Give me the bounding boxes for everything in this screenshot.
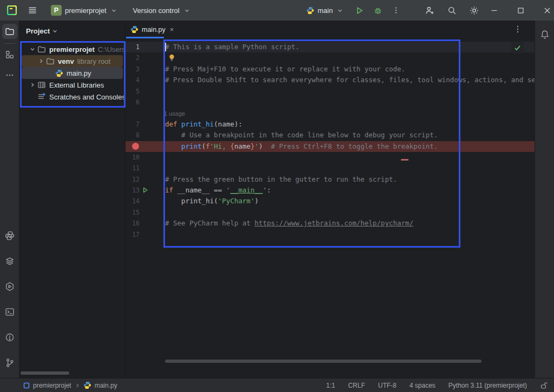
gutter-line-16[interactable]: 16 [126,218,165,229]
tree-item-scratches-and-consoles[interactable]: Scratches and Consoles [22,91,123,103]
code-line-13[interactable]: 13if __name__ == '__main__': [126,185,535,196]
intention-bulb-icon[interactable] [168,54,175,62]
line-number[interactable]: 13 [132,185,140,196]
tab-close-icon[interactable]: × [170,25,174,34]
structure-tool-window-button[interactable] [2,47,17,62]
code-line-9[interactable]: print(f'Hi, {name}') # Press Ctrl+F8 to … [126,141,535,152]
gutter-line-17[interactable]: 17 [126,229,165,240]
gutter-line-13[interactable]: 13 [126,185,165,196]
settings-gear-icon[interactable] [469,5,479,16]
line-number[interactable]: 8 [136,130,140,141]
code-line-5[interactable]: 5 [126,86,535,97]
code-line-11[interactable]: 11 [126,163,535,174]
terminal-button[interactable] [2,304,17,320]
project-tool-window-button[interactable] [2,24,17,39]
project-selector[interactable]: P premierprojet [48,3,120,17]
gutter-line-14[interactable]: 14 [126,196,165,207]
code-line-3[interactable]: 3# Press Maj+F10 to execute it or replac… [126,64,535,75]
breakpoint-dot-icon[interactable] [132,143,139,150]
unlocked-padlock-icon[interactable] [540,382,548,389]
code-editor[interactable]: 1# This is a sample Python script.23# Pr… [126,38,535,378]
code-line-7[interactable]: 7def print_hi(name): [126,119,535,130]
gutter-line-4[interactable]: 4 [126,75,165,85]
inlay-text[interactable]: 1 usage [164,110,185,117]
close-button[interactable] [542,5,552,16]
indent-setting[interactable]: 4 spaces [410,382,436,389]
chevron-right-icon[interactable] [28,82,37,88]
code-line-15[interactable]: 15 [126,207,535,218]
inspections-ok-check-icon[interactable] [511,42,523,54]
editor-options-kebab-icon[interactable] [514,25,522,34]
breadcrumb-project[interactable]: premierprojet [33,382,71,389]
code-line-17[interactable]: 17 [126,229,535,240]
notifications-bell-icon[interactable] [537,27,552,42]
line-number[interactable]: 11 [132,163,140,174]
code-line-10[interactable]: 10 [126,152,535,163]
gutter-line-5[interactable]: 5 [126,86,165,97]
maximize-button[interactable] [515,5,526,16]
run-configuration-selector[interactable]: main [315,3,344,17]
code-line-16[interactable]: 16# See PyCharm help at https://www.jetb… [126,218,535,229]
gutter-line-1[interactable]: 1 [126,42,165,52]
tab-main-py[interactable]: main.py × [126,21,179,38]
code-line-6[interactable]: 6 [126,97,535,108]
project-panel-horizontal-scrollbar[interactable] [21,371,69,375]
chevron-down-icon[interactable] [28,46,37,52]
problems-button[interactable] [2,330,17,345]
gutter-line-11[interactable]: 11 [126,163,165,174]
line-number[interactable]: 17 [132,229,140,240]
gutter-line-9[interactable] [126,141,165,152]
line-number[interactable]: 1 [136,42,140,52]
gutter-line-15[interactable]: 15 [126,207,165,218]
services-layers-button[interactable] [2,254,17,269]
line-number[interactable]: 16 [132,218,140,229]
line-number[interactable]: 6 [136,97,140,108]
line-number[interactable]: 12 [132,174,140,185]
file-encoding[interactable]: UTF-8 [378,382,397,389]
chevron-right-icon[interactable] [37,58,45,64]
gutter-line-10[interactable]: 10 [126,152,165,163]
search-everywhere-icon[interactable] [446,5,457,16]
gutter-line-3[interactable]: 3 [126,64,165,75]
gutter-line-7[interactable]: 7 [126,119,165,130]
line-ending[interactable]: CRLF [348,382,365,389]
minimize-button[interactable] [489,5,499,16]
code-line-8[interactable]: 8 # Use a breakpoint in the code line be… [126,130,535,141]
code-line-12[interactable]: 12# Press the green button in the gutter… [126,174,535,185]
line-number[interactable]: 10 [132,152,140,163]
line-number[interactable]: 3 [136,64,140,75]
gutter-line-2[interactable]: 2 [126,52,165,63]
version-control-menu[interactable]: Version control [130,3,193,17]
breadcrumb-file[interactable]: main.py [95,382,117,389]
tree-item-external-libraries[interactable]: External Libraries [22,79,123,91]
tree-item-premierprojet[interactable]: premierprojetC:\Users [22,43,123,55]
editor-horizontal-scrollbar[interactable] [165,360,482,363]
code-line-4[interactable]: 4# Press Double Shift to search everywhe… [126,75,535,85]
line-number[interactable]: 5 [136,86,140,97]
code-with-me-icon[interactable] [424,5,435,16]
more-tool-windows-button[interactable] [2,68,17,83]
code-line-2[interactable]: 2 [126,52,535,63]
line-number[interactable]: 2 [136,52,140,63]
line-number[interactable]: 7 [136,119,140,130]
python-console-button[interactable] [2,228,17,243]
git-branch-button[interactable] [2,355,17,370]
caret-position[interactable]: 1:1 [326,382,335,389]
debug-button[interactable] [372,5,383,16]
gutter-line-8[interactable]: 8 [126,130,165,141]
line-number[interactable]: 4 [136,75,140,85]
more-actions-icon[interactable] [391,5,401,16]
gutter-line-6[interactable]: 6 [126,97,165,108]
run-line-icon[interactable] [142,187,149,194]
tree-item-main-py[interactable]: main.py [22,67,123,79]
tree-item-venv[interactable]: venvlibrary root [22,55,123,67]
gutter-line-12[interactable]: 12 [126,174,165,185]
line-number[interactable]: 14 [132,196,140,207]
code-line-14[interactable]: 14 print_hi('PyCharm') [126,196,535,207]
run-tool-window-button[interactable] [2,279,17,294]
code-line-1[interactable]: 1# This is a sample Python script. [126,42,535,52]
project-panel-header[interactable]: Project [19,21,125,41]
run-button[interactable] [354,5,365,16]
python-interpreter[interactable]: Python 3.11 (premierprojet) [449,382,527,389]
usage-inlay-hint[interactable]: 1 usage [126,108,535,118]
